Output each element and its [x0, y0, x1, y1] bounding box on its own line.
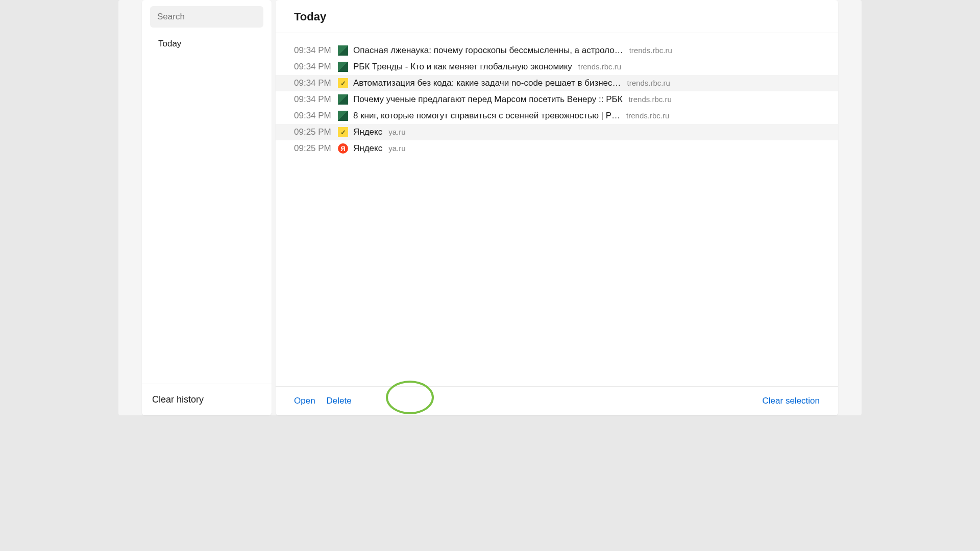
history-row[interactable]: 09:25 PM✓Яндексya.ru: [276, 124, 838, 140]
history-row[interactable]: 09:34 PM✓Автоматизация без кода: какие з…: [276, 75, 838, 91]
rbc-favicon-icon: [338, 94, 348, 105]
page-title: Today: [294, 10, 820, 23]
history-row-domain: ya.ru: [388, 128, 405, 136]
rbc-favicon-icon: [338, 62, 348, 72]
sidebar-item-today[interactable]: Today: [150, 35, 263, 53]
history-row-title: 8 книг, которые помогут справиться с осе…: [353, 111, 620, 121]
search-input[interactable]: [150, 6, 263, 28]
history-row[interactable]: 09:34 PMОпасная лженаука: почему гороско…: [276, 42, 838, 59]
history-row-domain: trends.rbc.ru: [578, 62, 621, 71]
history-row-time: 09:34 PM: [294, 111, 338, 121]
yandex-favicon-icon: Я: [338, 143, 348, 154]
history-row-time: 09:25 PM: [294, 127, 338, 137]
history-row-domain: trends.rbc.ru: [626, 111, 669, 120]
history-row[interactable]: 09:25 PMЯЯндексya.ru: [276, 140, 838, 157]
rbc-favicon-icon: [338, 45, 348, 56]
sidebar: Today Clear history: [142, 0, 272, 415]
checkbox-checked-icon: ✓: [338, 78, 348, 88]
history-row-domain: trends.rbc.ru: [627, 79, 670, 87]
history-row-domain: ya.ru: [388, 144, 405, 153]
history-row-title: РБК Тренды - Кто и как меняет глобальную…: [353, 62, 572, 72]
delete-button[interactable]: Delete: [327, 396, 352, 406]
history-row-title: Яндекс: [353, 143, 382, 154]
history-row-time: 09:34 PM: [294, 94, 338, 105]
history-row-domain: trends.rbc.ru: [629, 95, 672, 104]
history-row[interactable]: 09:34 PM8 книг, которые помогут справить…: [276, 108, 838, 124]
history-row[interactable]: 09:34 PMРБК Тренды - Кто и как меняет гл…: [276, 59, 838, 75]
history-row-title: Почему ученые предлагают перед Марсом по…: [353, 94, 623, 105]
history-row-time: 09:25 PM: [294, 143, 338, 154]
history-row-time: 09:34 PM: [294, 62, 338, 72]
history-row[interactable]: 09:34 PMПочему ученые предлагают перед М…: [276, 91, 838, 108]
clear-selection-button[interactable]: Clear selection: [763, 396, 820, 406]
history-row-time: 09:34 PM: [294, 45, 338, 56]
checkbox-checked-icon: ✓: [338, 127, 348, 137]
history-row-title: Яндекс: [353, 127, 382, 137]
history-row-title: Опасная лженаука: почему гороскопы бессм…: [353, 45, 623, 56]
history-list: 09:34 PMОпасная лженаука: почему гороско…: [276, 33, 838, 386]
open-button[interactable]: Open: [294, 396, 315, 406]
clear-history-button[interactable]: Clear history: [152, 394, 261, 405]
history-row-time: 09:34 PM: [294, 78, 338, 88]
history-row-domain: trends.rbc.ru: [629, 46, 672, 55]
main-panel: Today 09:34 PMОпасная лженаука: почему г…: [276, 0, 838, 415]
history-row-title: Автоматизация без кода: какие задачи no-…: [353, 78, 621, 88]
rbc-favicon-icon: [338, 111, 348, 121]
